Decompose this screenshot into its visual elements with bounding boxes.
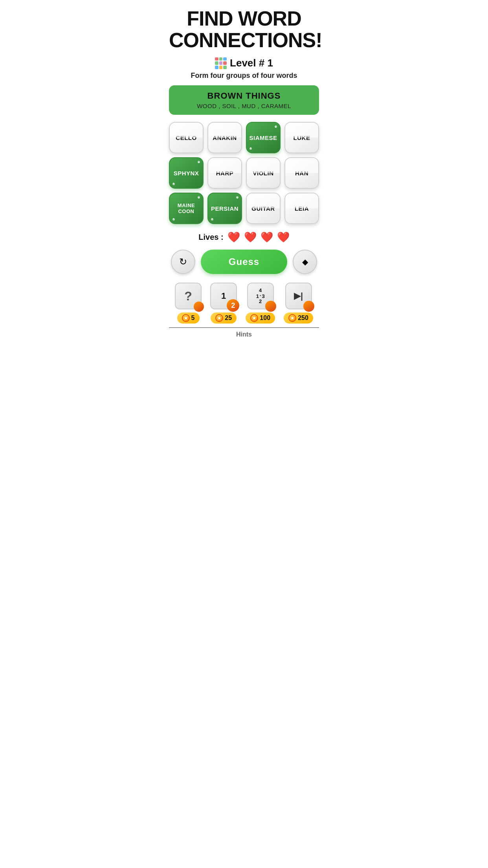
lives-row: Lives : ❤️ ❤️ ❤️ ❤️ — [169, 231, 319, 243]
tile-siamese[interactable]: SIAMESE — [246, 122, 281, 153]
lives-label: Lives : — [198, 233, 223, 242]
tile-persian[interactable]: PERSIAN — [207, 193, 242, 224]
hint-swap-cost: ★ 25 — [211, 313, 237, 324]
hint-swap[interactable]: 1 2 ★ 25 — [210, 283, 237, 324]
hint-reveal-icon: ? — [175, 283, 202, 309]
level-text: Level # 1 — [230, 57, 273, 69]
hint-skip-cost: ★ 250 — [284, 313, 313, 324]
life-2: ❤️ — [244, 231, 257, 243]
divider — [169, 327, 319, 328]
hint-sort-cost: ★ 100 — [246, 313, 275, 324]
tile-luke[interactable]: LUKE — [284, 122, 319, 153]
level-grid-icon — [215, 57, 227, 69]
life-1: ❤️ — [227, 231, 240, 243]
hint-reveal[interactable]: ? ★ 5 — [175, 283, 202, 324]
hints-label: Hints — [169, 329, 319, 341]
shuffle-icon: ↻ — [179, 256, 187, 267]
level-row: Level # 1 — [169, 57, 319, 69]
coin-icon-1: ★ — [182, 314, 190, 322]
subtitle: Form four groups of four words — [169, 72, 319, 80]
guess-button[interactable]: Guess — [201, 250, 287, 274]
tile-han[interactable]: HAN — [284, 157, 319, 189]
word-grid: CELLO ANAKIN SIAMESE LUKE SPHYNX HARP VI… — [169, 122, 319, 224]
action-row: ↻ Guess ◆ — [169, 250, 319, 274]
erase-icon: ◆ — [302, 257, 308, 267]
completed-group-banner: BROWN THINGS WOOD , SOIL , MUD , CARAMEL — [169, 85, 319, 115]
shuffle-button[interactable]: ↻ — [171, 250, 195, 274]
hint-skip-icon: ▶| — [285, 283, 312, 309]
tile-anakin[interactable]: ANAKIN — [207, 122, 242, 153]
hint-swap-icon: 1 2 — [210, 283, 237, 309]
coin-icon-4: ★ — [288, 314, 296, 322]
tile-maine-coon[interactable]: MAINECOON — [169, 193, 204, 224]
hint-reveal-cost: ★ 5 — [177, 313, 200, 324]
group-title: BROWN THINGS — [175, 91, 313, 101]
life-3: ❤️ — [261, 231, 273, 243]
tile-sphynx[interactable]: SPHYNX — [169, 157, 204, 189]
hint-sort-icon: 4 1▪3 2 — [247, 283, 274, 309]
group-words: WOOD , SOIL , MUD , CARAMEL — [175, 103, 313, 109]
tile-cello[interactable]: CELLO — [169, 122, 204, 153]
coin-icon-3: ★ — [250, 314, 258, 322]
tile-harp[interactable]: HARP — [207, 157, 242, 189]
hint-skip[interactable]: ▶| ★ 250 — [284, 283, 313, 324]
tile-guitar[interactable]: GUITAR — [246, 193, 281, 224]
tile-violin[interactable]: VIOLIN — [246, 157, 281, 189]
hint-sort[interactable]: 4 1▪3 2 ★ 100 — [246, 283, 275, 324]
coin-icon-2: ★ — [215, 314, 223, 322]
page-title: FIND WORD CONNECTIONS! — [169, 8, 319, 51]
life-4: ❤️ — [277, 231, 290, 243]
hints-row: ? ★ 5 1 2 ★ 25 4 1▪3 — [169, 283, 319, 324]
tile-leia[interactable]: LEIA — [284, 193, 319, 224]
erase-button[interactable]: ◆ — [293, 250, 317, 274]
